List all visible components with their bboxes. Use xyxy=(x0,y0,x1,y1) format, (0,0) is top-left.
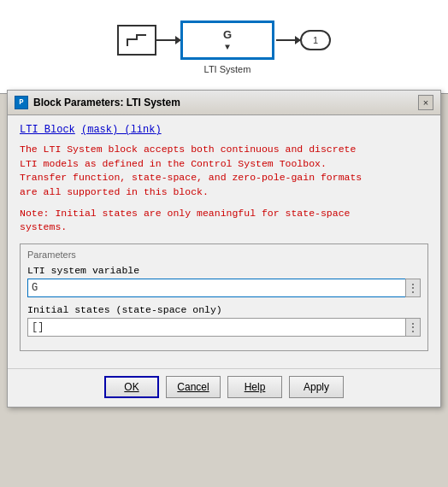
terminator-label: 1 xyxy=(313,35,318,45)
note-line2: systems. xyxy=(20,220,428,235)
param2-menu-icon: ⋮ xyxy=(407,320,419,335)
apply-label: Apply xyxy=(304,381,329,393)
param1-input-row: ⋮ xyxy=(27,279,421,297)
mask-link-line: LTI Block (mask) (link) xyxy=(20,124,428,136)
lti-down-arrow-icon: ▼ xyxy=(225,43,230,52)
dialog-titlebar-left: P Block Parameters: LTI System xyxy=(15,96,180,109)
param1-input[interactable] xyxy=(27,279,405,297)
desc-line3: Transfer function, state-space, and zero… xyxy=(20,171,428,185)
step-icon xyxy=(125,31,149,50)
param2-label: Initial states (state-space only) xyxy=(27,304,421,315)
help-button[interactable]: Help xyxy=(227,376,282,398)
mask-link-text[interactable]: LTI Block xyxy=(20,124,75,136)
simulink-diagram: G ▼ LTI System 1 xyxy=(0,0,448,94)
apply-button[interactable]: Apply xyxy=(289,376,344,398)
terminator-block[interactable]: 1 xyxy=(300,30,331,50)
cancel-button[interactable]: Cancel xyxy=(166,376,221,398)
lti-system-block[interactable]: G ▼ LTI System xyxy=(180,21,274,60)
lti-block-label: LTI System xyxy=(204,64,251,74)
description-block: The LTI System block accepts both contin… xyxy=(20,143,428,200)
arrow1 xyxy=(156,39,180,41)
desc-line4: are all supported in this block. xyxy=(20,185,428,200)
note-line1: Note: Initial states are only meaningful… xyxy=(20,207,428,221)
dialog-titlebar: P Block Parameters: LTI System × xyxy=(8,91,440,115)
param1-label: LTI system variable xyxy=(27,265,421,276)
param1-menu-icon: ⋮ xyxy=(407,281,419,296)
note-block: Note: Initial states are only meaningful… xyxy=(20,207,428,235)
block-parameters-dialog: P Block Parameters: LTI System × LTI Blo… xyxy=(7,90,441,408)
parameters-section: Parameters LTI system variable ⋮ Initial… xyxy=(20,244,428,351)
cancel-label: Cancel xyxy=(177,381,209,393)
step-block[interactable] xyxy=(117,25,156,56)
param2-menu-button[interactable]: ⋮ xyxy=(405,318,421,337)
link-text[interactable]: link xyxy=(131,124,156,136)
dialog-footer: OK Cancel Help Apply xyxy=(8,368,440,407)
ok-label: OK xyxy=(124,381,139,393)
params-title: Parameters xyxy=(27,249,421,260)
arrow2 xyxy=(276,39,300,41)
help-label: Help xyxy=(245,381,266,393)
dialog-title: Block Parameters: LTI System xyxy=(33,97,180,109)
param2-input-row: ⋮ xyxy=(27,318,421,337)
dialog-icon: P xyxy=(15,96,28,109)
param1-menu-button[interactable]: ⋮ xyxy=(405,279,421,297)
desc-line1: The LTI System block accepts both contin… xyxy=(20,143,428,157)
close-button[interactable]: × xyxy=(418,95,433,110)
dialog-body: LTI Block (mask) (link) The LTI System b… xyxy=(8,115,440,368)
lti-block-title: G xyxy=(223,28,232,41)
param2-input[interactable] xyxy=(27,318,405,337)
ok-button[interactable]: OK xyxy=(104,376,159,398)
desc-line2: LTI models as defined in the Control Sys… xyxy=(20,157,428,172)
